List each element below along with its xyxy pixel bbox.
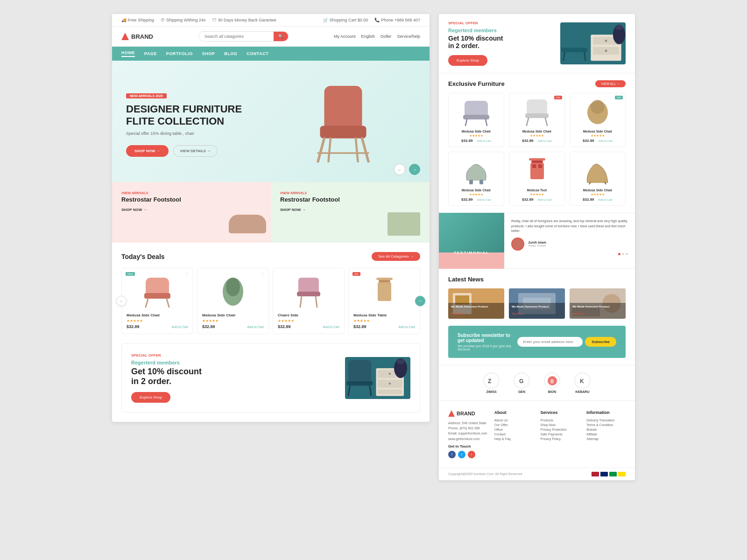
add-cart-0[interactable]: Add to Cart — [172, 325, 188, 329]
footer-brand-name: BRAND — [457, 411, 475, 416]
news-link-0[interactable]: See More — [451, 312, 463, 315]
news-link-2[interactable]: See More — [572, 312, 585, 315]
explore-shop-top-button[interactable]: Explore Shop — [448, 55, 487, 66]
nav-shop[interactable]: SHOP — [202, 51, 215, 56]
product-stars-0: ★★★★★ — [127, 319, 188, 323]
top-bar: 🚚 Free Shipping ⏱ Shipping Withing 24v 🛡… — [112, 14, 430, 27]
nav-contact[interactable]: CONTACT — [247, 51, 268, 56]
excl-img-2 — [574, 97, 621, 127]
search-input[interactable] — [199, 32, 274, 41]
facebook-icon[interactable]: f — [448, 451, 456, 458]
svg-line-5 — [356, 139, 358, 162]
footer-about-link-0[interactable]: About Us — [494, 419, 534, 422]
shop-now-button[interactable]: SHOP NOW → — [126, 145, 169, 157]
footer-brand-col: BRAND Address: 549 United State Phone: (… — [448, 410, 487, 458]
partner-name-1: GEN — [518, 390, 525, 393]
partners-section: Z ZWISS G GEN B BION K KEBARU — [439, 365, 635, 401]
special-offer-top-text: SPECIAL OFFER Regerterd members Get 10% … — [448, 21, 503, 66]
view-all-button[interactable]: VIEW ALL → — [595, 80, 626, 87]
dot-1[interactable] — [622, 253, 624, 255]
footer-info-link-4[interactable]: Sitemap — [586, 437, 626, 441]
excl-cart-0[interactable]: Add to Cart — [477, 140, 491, 142]
hero-prev-button[interactable]: ← — [394, 164, 405, 175]
news-overlay-0: We Made Awesome Product See More — [448, 303, 504, 319]
language-selector[interactable]: English — [361, 34, 375, 39]
excl-name-5: Medusa Side Chair — [574, 189, 621, 192]
promo-link-1[interactable]: SHOP NOW → — [280, 208, 306, 212]
dot-2[interactable] — [626, 253, 628, 255]
search-button[interactable]: 🔍 — [274, 32, 288, 41]
hero-next-button[interactable]: → — [409, 164, 420, 175]
nav-page[interactable]: PAGE — [144, 51, 157, 56]
nav-portfolio[interactable]: PORTFOLIO — [166, 51, 193, 56]
footer-about-link-3[interactable]: Contact — [494, 433, 534, 436]
special-offer-top-heading: Get 10% discountin 2 order. — [448, 35, 503, 49]
flag-uk — [600, 472, 608, 476]
news-link-1[interactable]: See More — [512, 312, 524, 315]
svg-text:K: K — [580, 378, 584, 385]
svg-line-16 — [316, 296, 317, 307]
footer-email: Email: supperfurniture.com — [448, 432, 487, 435]
footer-info-link-3[interactable]: Affiliate — [586, 433, 626, 436]
footer-services-link-1[interactable]: Shop Now — [541, 423, 580, 427]
carousel-next-button[interactable]: → — [415, 296, 425, 306]
twitter-icon[interactable]: t — [458, 451, 465, 458]
product-stars-2: ★★★★★ — [278, 319, 339, 323]
nav-home[interactable]: HOME — [121, 50, 135, 57]
svg-line-23 — [370, 385, 372, 396]
currency-selector[interactable]: Doller — [381, 34, 392, 39]
flag-de — [618, 472, 626, 476]
excl-name-4: Medusa Tool — [513, 189, 561, 192]
my-account-link[interactable]: My Account — [334, 34, 356, 39]
service-link[interactable]: Service/help — [397, 34, 420, 39]
free-shipping-label: Free Shipping — [128, 18, 154, 22]
footer-info-link-2[interactable]: Brands — [586, 428, 626, 431]
footer-services-link-2[interactable]: Privacy Protection — [541, 428, 580, 431]
footer-info-link-1[interactable]: Terms & Condition — [586, 423, 626, 427]
testimonial-section: TESTIMONIAL Really, chair all of furnigr… — [439, 213, 635, 269]
footer-about-link-4[interactable]: Help & Faq — [494, 437, 534, 441]
newsletter-email-input[interactable] — [517, 337, 583, 347]
hero-chair-svg — [308, 82, 378, 166]
svg-line-22 — [348, 385, 350, 396]
footer-services-link-0[interactable]: Products — [541, 419, 580, 422]
footer-services-link-4[interactable]: Privacy Policy — [541, 437, 580, 441]
footer-services-link-3[interactable]: Safe Payments — [541, 433, 580, 436]
add-cart-3[interactable]: Add to Cart — [399, 325, 415, 329]
excl-img-3 — [452, 156, 500, 186]
add-cart-1[interactable]: Add to Cart — [247, 325, 264, 329]
excl-cart-3[interactable]: Add to Cart — [477, 198, 491, 201]
instagram-icon[interactable]: i — [468, 451, 475, 458]
newsletter-left: Subscribe newsletter to get updated We p… — [458, 333, 517, 351]
footer-info-link-0[interactable]: Delivery Transation — [586, 419, 626, 422]
special-offer-label: SPECIAL OFFER — [131, 353, 202, 357]
subscribe-button[interactable]: Subscribe — [585, 337, 616, 347]
shield-icon: 🛡 — [212, 18, 217, 22]
svg-point-52 — [591, 100, 605, 114]
view-details-button[interactable]: VIEW DETAILS → — [173, 145, 218, 157]
footer-about-link-2[interactable]: Office — [494, 428, 534, 431]
excl-price-0: $32.89 — [461, 139, 472, 143]
favorite-button-1[interactable]: ♡ — [261, 272, 265, 277]
svg-line-45 — [465, 119, 467, 126]
svg-text:B: B — [550, 379, 554, 384]
search-bar[interactable]: 🔍 — [198, 31, 289, 42]
excl-cart-2[interactable]: Add to Cart — [599, 140, 613, 142]
carousel-prev-button[interactable]: ← — [116, 296, 127, 306]
explore-shop-button[interactable]: Explore Shop — [131, 392, 170, 403]
dot-0[interactable] — [618, 253, 620, 255]
footer-about-link-1[interactable]: Our Offer — [494, 423, 534, 427]
excl-cart-1[interactable]: Add to Cart — [538, 140, 552, 142]
hero-badge: NEW ARRIVALS 2020 — [126, 93, 167, 98]
author-role: Happy Google — [528, 244, 546, 247]
see-all-button[interactable]: See All Catagories → — [372, 252, 420, 261]
excl-cart-4[interactable]: Add to Cart — [538, 198, 552, 201]
product-card-3: 5% Medusa Side Table ★★★★★ $32.89 Add to… — [348, 268, 420, 334]
favorite-button-0[interactable]: ♡ — [185, 272, 189, 277]
flag-us — [592, 472, 599, 476]
add-cart-2[interactable]: Add to Cart — [323, 325, 339, 329]
promo-link-0[interactable]: SHOP NOW → — [121, 208, 147, 212]
excl-cart-5[interactable]: Add to Cart — [599, 198, 613, 201]
nav-blog[interactable]: BLOG — [224, 51, 237, 56]
header-right: My Account English Doller Service/help — [334, 34, 420, 39]
